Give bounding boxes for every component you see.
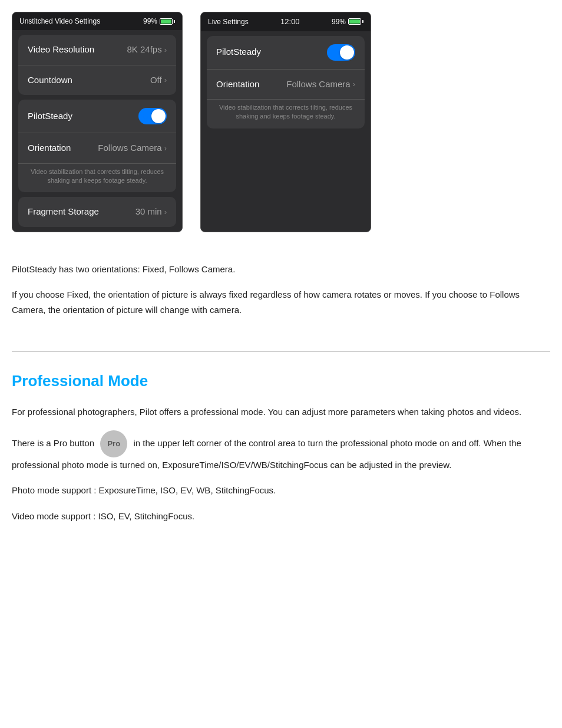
- right-phone-screen: Live Settings 12:00 99% PilotStea: [200, 12, 371, 232]
- left-pilotsteady-row[interactable]: PilotSteady: [18, 100, 176, 133]
- video-resolution-label: Video Resolution: [28, 43, 94, 57]
- right-battery-tip: [362, 20, 363, 23]
- left-section-1: Video Resolution 8K 24fps › Countdown Of…: [18, 35, 176, 95]
- battery-fill: [161, 19, 171, 24]
- pro-para-3: Photo mode support : ExposureTime, ISO, …: [12, 483, 550, 498]
- battery-tip: [174, 20, 175, 23]
- right-section-1: PilotSteady Orientation Follows Camera ›: [207, 36, 365, 129]
- fragment-storage-row[interactable]: Fragment Storage 30 min ›: [18, 197, 176, 227]
- left-orientation-row[interactable]: Orientation Follows Camera ›: [18, 133, 176, 164]
- left-status-right: 99%: [143, 16, 175, 27]
- right-pilotsteady-label: PilotSteady: [216, 45, 261, 59]
- right-status-bar: Live Settings 12:00 99%: [201, 12, 371, 31]
- professional-mode-heading: Professional Mode: [12, 370, 550, 393]
- fragment-storage-value: 30 min ›: [135, 205, 167, 219]
- right-orientation-chevron: ›: [353, 78, 355, 90]
- fragment-chevron: ›: [164, 206, 167, 218]
- page-wrapper: Unstitched Video Settings 99% Video Reso…: [0, 0, 562, 558]
- right-orientation-label: Orientation: [216, 78, 259, 91]
- left-pilotsteady-label: PilotSteady: [28, 110, 72, 123]
- countdown-chevron: ›: [164, 74, 167, 86]
- video-resolution-chevron: ›: [164, 44, 167, 56]
- right-battery-percent: 99%: [332, 17, 346, 27]
- professional-mode-section: Professional Mode For professional photo…: [12, 370, 550, 523]
- left-status-left: Unstitched Video Settings: [19, 16, 100, 27]
- left-orientation-desc: Video stabilization that corrects tiltin…: [18, 164, 176, 193]
- right-status-right: 99%: [332, 17, 363, 27]
- left-fragment-section: Fragment Storage 30 min ›: [18, 197, 176, 227]
- left-status-bar: Unstitched Video Settings 99%: [12, 12, 182, 30]
- text-content: PilotSteady has two orientations: Fixed,…: [12, 256, 550, 334]
- fragment-storage-label: Fragment Storage: [28, 205, 99, 219]
- right-orientation-value: Follows Camera ›: [286, 78, 355, 91]
- countdown-label: Countdown: [28, 74, 72, 87]
- toggle-knob: [151, 109, 166, 123]
- right-pilotsteady-toggle[interactable]: [327, 44, 355, 61]
- screenshots-row: Unstitched Video Settings 99% Video Reso…: [12, 12, 550, 232]
- left-phone-body: Video Resolution 8K 24fps › Countdown Of…: [12, 35, 182, 227]
- right-battery-fill: [349, 19, 360, 24]
- right-status-center: 12:00: [280, 16, 300, 28]
- pro-para-4: Video mode support : ISO, EV, StitchingF…: [12, 509, 550, 524]
- video-resolution-value: 8K 24fps ›: [127, 43, 167, 57]
- countdown-value: Off ›: [150, 74, 167, 87]
- pro-para-2-before: There is a Pro button: [12, 438, 94, 448]
- right-battery-icon: [348, 18, 363, 25]
- left-pilotsteady-toggle[interactable]: [138, 108, 167, 124]
- pro-para-1: For professional photographers, Pilot of…: [12, 404, 550, 420]
- pro-para-2: There is a Pro button Pro in the upper l…: [12, 430, 550, 473]
- right-toggle-dot: [332, 50, 336, 55]
- left-orientation-value: Follows Camera ›: [98, 141, 167, 155]
- video-resolution-row[interactable]: Video Resolution 8K 24fps ›: [18, 35, 176, 65]
- right-orientation-row[interactable]: Orientation Follows Camera ›: [207, 70, 365, 100]
- right-status-left: Live Settings: [208, 17, 249, 27]
- left-orientation-label: Orientation: [28, 141, 71, 155]
- right-battery-body: [348, 18, 361, 25]
- battery-body: [160, 18, 173, 25]
- right-toggle-knob: [340, 45, 354, 60]
- left-orientation-chevron: ›: [164, 143, 167, 154]
- left-section-2: PilotSteady Orientation Follows Camera ›: [18, 100, 176, 192]
- para-2: If you choose Fixed, the orientation of …: [12, 287, 550, 317]
- left-phone-screen: Unstitched Video Settings 99% Video Reso…: [12, 12, 183, 232]
- left-battery-icon: [160, 18, 175, 25]
- left-battery-percent: 99%: [143, 16, 157, 27]
- right-orientation-desc: Video stabilization that corrects tiltin…: [207, 100, 365, 129]
- section-divider: [12, 351, 550, 352]
- pro-button[interactable]: Pro: [100, 430, 127, 457]
- right-phone-body: PilotSteady Orientation Follows Camera ›: [201, 36, 371, 129]
- toggle-dot: [143, 114, 148, 118]
- right-pilotsteady-row[interactable]: PilotSteady: [207, 36, 365, 70]
- countdown-row[interactable]: Countdown Off ›: [18, 65, 176, 95]
- para-1: PilotSteady has two orientations: Fixed,…: [12, 262, 550, 277]
